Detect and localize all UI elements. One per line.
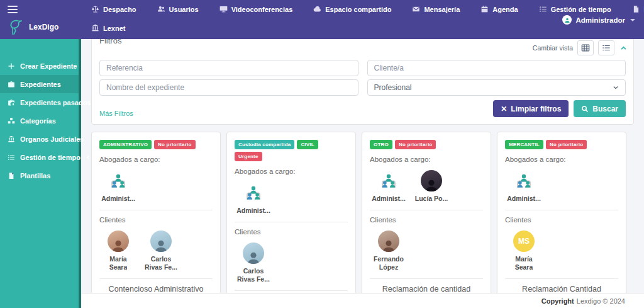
nav-item-espacio-compartido[interactable]: Espacio compartido xyxy=(313,5,391,14)
list-view-button[interactable] xyxy=(598,40,614,55)
nav-item-facturacion[interactable]: Facturación xyxy=(632,5,644,14)
sidebar-item-expedientes[interactable]: Expedientes xyxy=(0,75,79,93)
sidebar-item-label: Organos Judiciales xyxy=(20,135,84,143)
client-avatar[interactable]: MS MaríaSeara xyxy=(506,231,541,271)
plus-icon xyxy=(8,62,15,70)
nav-item-agenda[interactable]: Agenda xyxy=(480,5,518,14)
nav-item-mensajeria[interactable]: Mensajería xyxy=(412,5,460,14)
lawyer-avatar[interactable]: Lucía Po... xyxy=(414,170,449,203)
filters-form: Profesional xyxy=(99,60,626,96)
lawyer-avatar[interactable]: Administ... xyxy=(371,170,406,203)
client-name: MaríaSeara xyxy=(515,255,533,271)
expedient-card[interactable]: MERCANTIL No prioritario Abogados a carg… xyxy=(497,132,626,308)
list-check-icon xyxy=(539,5,547,14)
nav-item-gestion-de-tiempo[interactable]: Gestión de tiempo xyxy=(539,5,611,14)
expedient-card[interactable]: OTRO No prioritario Abogados a cargo: Ad… xyxy=(362,132,491,308)
group-avatar-icon xyxy=(108,170,129,191)
nav-item-label: Despacho xyxy=(103,6,136,13)
lawyer-avatar[interactable]: Administ... xyxy=(506,170,541,203)
brand-name: LexDigo xyxy=(29,23,58,31)
group-avatar-icon xyxy=(378,170,399,191)
copyright-text: Lexdigo © 2024 xyxy=(577,297,625,305)
lawyer-name: Administ... xyxy=(372,195,406,203)
envelope-icon xyxy=(412,5,420,14)
client-photo xyxy=(378,231,399,252)
bank-icon xyxy=(8,135,15,143)
sidebar: Crear Expediente Expedientes Expedientes… xyxy=(0,39,81,308)
clients-label: Clientes xyxy=(235,228,348,236)
sidebar-item-label: Expedientes pasados xyxy=(20,99,91,106)
professional-select[interactable]: Profesional xyxy=(367,79,626,96)
client-avatar[interactable]: CarlosRivas Fe... xyxy=(236,242,271,283)
hamburger-menu-icon[interactable] xyxy=(8,6,18,13)
briefcase-icon xyxy=(8,81,15,88)
lexdigo-bird-logo-icon xyxy=(5,18,24,37)
app-brand[interactable]: LexDigo xyxy=(5,18,58,37)
top-navbar: Despacho Usuarios Videoconferencias Espa… xyxy=(0,0,644,39)
copyright-label: Copyright xyxy=(541,297,574,305)
client-name: CarlosRivas Fe... xyxy=(237,267,270,283)
expedient-card[interactable]: Custodia compartida CIVIL Urgente Abogad… xyxy=(226,132,356,308)
client-name: FernandoLópez xyxy=(374,255,404,271)
bank-icon xyxy=(91,24,99,33)
lawyers-label: Abogados a cargo: xyxy=(505,156,618,163)
priority-badge: Urgente xyxy=(235,152,262,161)
nav-item-label: Agenda xyxy=(492,6,518,13)
page-footer: Copyright Lexdigo © 2024 xyxy=(81,293,644,308)
lawyer-name: Lucía Po... xyxy=(415,195,448,203)
nav-item-label: Usuarios xyxy=(169,6,199,13)
lawyer-avatar[interactable]: Administ... xyxy=(236,182,271,215)
client-avatar[interactable]: MaríaSeara xyxy=(101,231,136,271)
sidebar-item-categorias[interactable]: Categorías xyxy=(0,111,79,130)
user-menu[interactable]: Administrador xyxy=(562,15,635,25)
search-label: Buscar xyxy=(592,105,618,113)
secondary-nav: Lexnet xyxy=(91,19,125,38)
group-avatar-icon xyxy=(243,182,264,203)
sidebar-item-expedientes-pasados[interactable]: Expedientes pasados xyxy=(0,93,79,111)
nav-item-videoconferencias[interactable]: Videoconferencias xyxy=(219,5,293,14)
expedient-name-input[interactable] xyxy=(99,79,358,96)
nav-item-lexnet[interactable]: Lexnet xyxy=(91,24,125,33)
nav-item-despacho[interactable]: Despacho xyxy=(91,5,136,14)
lawyers-label: Abogados a cargo: xyxy=(370,156,483,163)
lawyer-name: Administ... xyxy=(236,207,270,215)
sidebar-item-organos-judiciales[interactable]: Organos Judiciales xyxy=(0,130,79,148)
client-input[interactable] xyxy=(367,60,626,76)
monitor-icon xyxy=(219,5,228,14)
file-icon xyxy=(8,172,15,180)
scales-icon xyxy=(91,5,99,14)
cloud-icon xyxy=(313,5,321,14)
client-avatar[interactable]: FernandoLópez xyxy=(371,231,406,271)
clear-filters-button[interactable]: ✕Limpiar filtros xyxy=(493,100,569,117)
nav-item-usuarios[interactable]: Usuarios xyxy=(157,5,199,14)
search-button[interactable]: Buscar xyxy=(574,100,626,117)
client-photo xyxy=(108,231,129,252)
lawyer-name: Administ... xyxy=(101,195,135,203)
cubes-icon xyxy=(8,117,15,125)
file-icon xyxy=(632,5,640,14)
category-badge: MERCANTIL xyxy=(505,140,543,149)
lawyer-photo xyxy=(421,170,442,191)
clients-label: Clientes xyxy=(370,216,483,224)
grid-view-button[interactable] xyxy=(577,40,594,55)
client-name: CarlosRivas Fe... xyxy=(145,255,177,271)
sidebar-item-crear-expediente[interactable]: Crear Expediente xyxy=(0,57,79,75)
sidebar-item-label: Plantillas xyxy=(20,172,50,180)
lawyer-avatar[interactable]: Administ... xyxy=(101,170,136,203)
more-filters-link[interactable]: Más Filtros xyxy=(99,110,133,117)
primary-nav: Despacho Usuarios Videoconferencias Espa… xyxy=(91,0,644,19)
client-initials-avatar: MS xyxy=(513,231,535,252)
reference-input[interactable] xyxy=(99,60,358,76)
sidebar-item-plantillas[interactable]: Plantillas xyxy=(0,166,79,185)
category-badge: Custodia compartida xyxy=(235,140,294,149)
sidebar-item-label: Expedientes xyxy=(20,81,61,88)
expedient-card[interactable]: ADMINISTRATIVO No prioritario Abogados a… xyxy=(91,132,221,308)
user-name: Administrador xyxy=(575,16,625,24)
user-avatar-icon xyxy=(562,15,572,25)
collapse-filters-button[interactable] xyxy=(620,45,627,52)
main-content: Filtros Cambiar vista Profesional Más Fi… xyxy=(81,39,644,308)
grid-icon xyxy=(581,43,590,52)
client-avatar[interactable]: CarlosRivas Fe... xyxy=(143,231,179,271)
view-controls: Cambiar vista xyxy=(533,40,627,55)
sidebar-item-gestion-de-tiempo[interactable]: Gestión de tiempo xyxy=(0,148,79,166)
